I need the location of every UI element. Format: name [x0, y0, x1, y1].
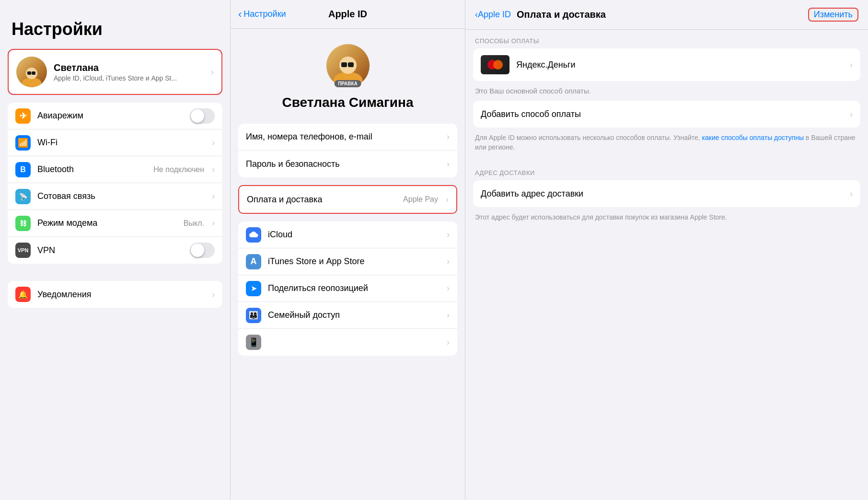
profile-head	[339, 57, 357, 74]
itunes-label: iTunes Store и App Store	[268, 256, 443, 267]
payment-chevron: ›	[446, 195, 449, 205]
payment-value: Apple Pay	[403, 195, 438, 204]
menu-row-icloud[interactable]: iCloud ›	[238, 221, 457, 248]
payment-header: ‹ Apple ID Оплата и доставка Изменить	[465, 0, 868, 30]
edit-button[interactable]: Изменить	[808, 8, 858, 22]
wifi-chevron: ›	[212, 138, 215, 148]
account-avatar	[16, 57, 47, 87]
menu-row-location[interactable]: ➤ Поделиться геопозицией ›	[238, 275, 457, 302]
card-info: Яндекс.Деньги	[516, 60, 846, 70]
vpn-icon-bg: VPN	[15, 243, 31, 258]
location-icon-bg: ➤	[246, 281, 261, 296]
settings-row-vpn[interactable]: VPN VPN	[8, 237, 222, 264]
airplane-icon: ✈	[20, 111, 27, 121]
yandex-money-card[interactable]: Яндекс.Деньги ›	[473, 48, 860, 81]
menu-row-itunes[interactable]: A iTunes Store и App Store ›	[238, 248, 457, 275]
wifi-icon: 📶	[18, 138, 28, 148]
menu-row-password[interactable]: Пароль и безопасность ›	[238, 151, 457, 177]
apple-id-back-button[interactable]: ‹ Настройки	[238, 8, 286, 21]
settings-row-cellular[interactable]: 📡 Сотовая связь ›	[8, 183, 222, 210]
menu-row-iphone[interactable]: 📱 ›	[238, 329, 457, 356]
settings-row-notifications[interactable]: 🔔 Уведомления ›	[8, 281, 222, 308]
payment-header-title: Оплата и доставка	[517, 9, 606, 20]
name-phones-chevron: ›	[447, 132, 450, 142]
add-delivery-label: Добавить адрес доставки	[481, 189, 583, 199]
account-info: Светлана Apple ID, iCloud, iTunes Store …	[54, 62, 207, 82]
vpn-toggle[interactable]	[190, 243, 215, 258]
apple-id-menu-section: Имя, номера телефонов, e-mail › Пароль и…	[238, 124, 457, 177]
highlighted-payment-row[interactable]: Оплата и доставка Apple Pay ›	[238, 185, 457, 214]
delivery-info-box: Этот адрес будет использоваться для дост…	[465, 207, 868, 228]
add-payment-label: Добавить способ оплаты	[481, 109, 581, 119]
notifications-chevron: ›	[212, 290, 215, 300]
airplane-label: Авиарежим	[37, 111, 190, 121]
account-card[interactable]: Светлана Apple ID, iCloud, iTunes Store …	[8, 49, 222, 95]
add-delivery-row[interactable]: Добавить адрес доставки ›	[473, 180, 860, 207]
location-icon: ➤	[251, 284, 257, 293]
card-name: Яндекс.Деньги	[516, 60, 846, 70]
cellular-label: Сотовая связь	[37, 191, 208, 201]
settings-row-airplane[interactable]: ✈ Авиарежим	[8, 103, 222, 129]
card-thumbnail	[481, 55, 509, 74]
wifi-icon-bg: 📶	[15, 135, 31, 151]
payment-menu-row[interactable]: Оплата и доставка Apple Pay ›	[239, 186, 456, 213]
account-subtitle: Apple ID, iCloud, iTunes Store и App St.…	[54, 74, 207, 82]
settings-row-hotspot[interactable]: ⛓ Режим модема Выкл. ›	[8, 210, 222, 237]
profile-sunglasses	[341, 62, 355, 67]
appstore-icon: A	[251, 256, 257, 267]
cellular-chevron: ›	[212, 191, 215, 201]
cellular-icon-bg: 📡	[15, 189, 31, 204]
bluetooth-icon: B	[20, 165, 26, 174]
settings-main-section: ✈ Авиарежим 📶 Wi-Fi › B Bluetooth Не под…	[8, 103, 222, 264]
mastercard-logo	[487, 60, 503, 70]
icloud-icon	[248, 231, 259, 239]
avatar-sunglasses	[27, 71, 36, 75]
hotspot-label: Режим модема	[37, 218, 184, 228]
apple-id-back-label: Настройки	[243, 9, 286, 19]
airplane-icon-bg: ✈	[15, 108, 31, 124]
family-icon: 👨‍👩‍👧	[249, 311, 258, 320]
payment-back-button[interactable]: ‹ Apple ID	[475, 10, 511, 20]
airplane-toggle-thumb	[191, 109, 204, 123]
delivery-header: АДРЕС ДОСТАВКИ	[465, 162, 868, 180]
avatar-head	[26, 68, 37, 79]
card-primary-info: Это Ваш основной способ оплаты.	[465, 81, 868, 101]
hotspot-icon: ⛓	[20, 220, 26, 227]
notifications-label: Уведомления	[37, 290, 208, 300]
location-label: Поделиться геопозицией	[268, 283, 443, 293]
iphone-icon-bg: 📱	[246, 335, 261, 350]
menu-row-name-phones[interactable]: Имя, номера телефонов, e-mail ›	[238, 124, 457, 151]
family-label: Семейный доступ	[268, 310, 443, 320]
icloud-label: iCloud	[268, 230, 443, 240]
avatar-edit-badge[interactable]: ПРАВКА	[334, 80, 361, 87]
menu-row-family[interactable]: 👨‍👩‍👧 Семейный доступ ›	[238, 302, 457, 329]
payment-panel: ‹ Apple ID Оплата и доставка Изменить СП…	[465, 0, 868, 500]
payment-info-text: Для Apple ID можно использовать нескольк…	[475, 134, 702, 141]
iphone-icon: 📱	[248, 337, 259, 348]
payment-info-box: Для Apple ID можно использовать нескольк…	[465, 128, 868, 158]
profile-avatar-container[interactable]: ПРАВКА	[326, 44, 370, 87]
password-label: Пароль и безопасность	[246, 159, 443, 169]
settings-row-wifi[interactable]: 📶 Wi-Fi ›	[8, 129, 222, 156]
settings-row-bluetooth[interactable]: B Bluetooth Не подключен ›	[8, 156, 222, 183]
settings-title: Настройки	[0, 0, 230, 49]
location-chevron: ›	[447, 283, 450, 293]
notifications-icon-bg: 🔔	[15, 287, 31, 302]
apple-id-title: Apple ID	[328, 9, 367, 20]
password-chevron: ›	[447, 159, 450, 169]
account-name: Светлана	[54, 62, 207, 73]
name-phones-label: Имя, номера телефонов, e-mail	[246, 132, 443, 142]
settings-panel: Настройки Светлана Apple ID, iCloud, iTu…	[0, 0, 230, 500]
account-chevron: ›	[211, 67, 214, 77]
payment-info-link[interactable]: какие способы оплаты доступны	[702, 134, 804, 141]
payment-back-label: Apple ID	[478, 10, 511, 20]
iphone-chevron: ›	[447, 337, 450, 348]
vpn-toggle-thumb	[191, 244, 204, 257]
add-payment-row[interactable]: Добавить способ оплаты ›	[473, 101, 860, 128]
airplane-toggle[interactable]	[190, 108, 215, 124]
payment-methods-header: СПОСОБЫ ОПЛАТЫ	[465, 30, 868, 48]
card-chevron: ›	[850, 60, 853, 70]
notifications-icon: 🔔	[18, 290, 28, 299]
family-icon-bg: 👨‍👩‍👧	[246, 308, 261, 323]
settings-bottom-section: 🔔 Уведомления ›	[8, 281, 222, 308]
